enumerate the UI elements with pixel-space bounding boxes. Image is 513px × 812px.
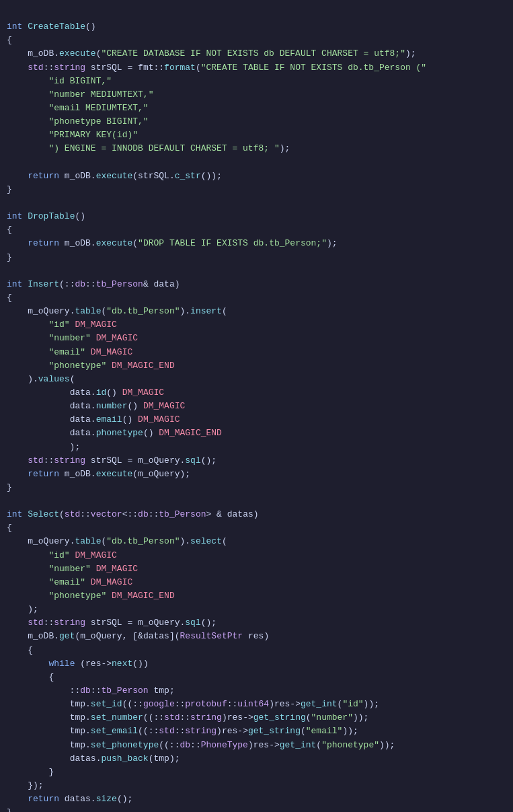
- keyword-int-3: int: [7, 279, 22, 289]
- keyword-int-4: int: [7, 509, 22, 519]
- func-select-1: Select: [28, 509, 59, 519]
- keyword-int-1: int: [7, 22, 22, 32]
- keyword-int-2: int: [7, 211, 22, 221]
- func-droptable: DropTable: [28, 211, 75, 221]
- func-createtable: CreateTable: [28, 22, 85, 32]
- code-editor: int CreateTable() { m_oDB.execute("CREAT…: [0, 7, 513, 812]
- func-insert: Insert: [28, 279, 59, 289]
